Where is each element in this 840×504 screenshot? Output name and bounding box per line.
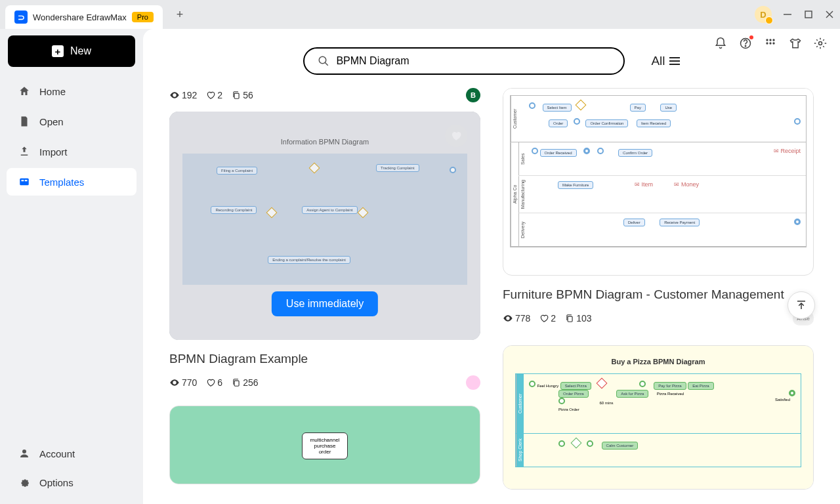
svg-rect-19 xyxy=(234,93,239,98)
home-icon xyxy=(18,85,30,97)
sidebar: + New Home Open Import Templates Account xyxy=(0,29,143,504)
template-card[interactable]: multichannel purchase order xyxy=(169,406,480,484)
template-stats: 770 6 256 xyxy=(169,375,480,390)
template-card[interactable]: Buy a Pizza BPMN Diagram Customer Feel H… xyxy=(503,345,814,490)
tab-title: Wondershare EdrawMax xyxy=(33,12,127,22)
maximize-icon[interactable] xyxy=(803,9,814,20)
sidebar-item-label: Options xyxy=(39,477,74,488)
import-icon xyxy=(18,146,30,158)
avatar[interactable]: D xyxy=(755,6,772,23)
svg-rect-20 xyxy=(234,381,239,386)
arrow-up-icon xyxy=(795,299,807,311)
account-icon xyxy=(18,448,30,459)
search-box[interactable] xyxy=(303,47,625,75)
svg-point-17 xyxy=(320,56,327,64)
template-preview: multichannel purchase order xyxy=(170,406,480,484)
sidebar-item-label: Account xyxy=(39,448,75,459)
template-stats: 778 2 103 Arise xyxy=(503,311,814,326)
sidebar-item-templates[interactable]: Templates xyxy=(7,168,136,196)
sidebar-item-import[interactable]: Import xyxy=(7,138,136,165)
content-area: All 192 2 56 B Information BPMN Diagram xyxy=(143,29,840,504)
template-stats: 192 2 56 B xyxy=(169,88,480,102)
settings-icon[interactable] xyxy=(814,37,827,50)
new-button[interactable]: + New xyxy=(8,35,135,67)
template-card[interactable]: Information BPMN Diagram Filing a Compla… xyxy=(169,112,480,340)
svg-point-10 xyxy=(766,39,768,41)
views-stat: 192 xyxy=(169,90,197,100)
template-preview: Customer Select Item Pay Use Order xyxy=(503,89,813,254)
svg-point-15 xyxy=(772,42,774,44)
svg-point-12 xyxy=(772,39,774,41)
bell-icon[interactable] xyxy=(714,37,727,50)
author-badge[interactable]: B xyxy=(466,88,480,102)
use-immediately-button[interactable]: Use immediately xyxy=(272,291,378,316)
svg-point-11 xyxy=(769,39,771,41)
pro-badge: Pro xyxy=(132,12,154,22)
likes-stat: 2 xyxy=(206,90,222,100)
svg-point-9 xyxy=(745,46,746,47)
svg-point-14 xyxy=(769,42,771,44)
file-icon xyxy=(18,116,30,127)
template-title: Furniture BPMN Diagram - Customer Manage… xyxy=(503,287,814,302)
templates-icon xyxy=(18,176,30,188)
template-card[interactable]: Customer Select Item Pay Use Order xyxy=(503,88,814,276)
template-preview: Buy a Pizza BPMN Diagram Customer Feel H… xyxy=(503,346,813,489)
svg-rect-1 xyxy=(805,11,812,18)
topbar xyxy=(714,37,827,50)
sidebar-item-account[interactable]: Account xyxy=(7,440,136,467)
copy-icon xyxy=(565,314,574,323)
sidebar-item-label: Import xyxy=(39,146,68,158)
close-icon[interactable] xyxy=(824,9,835,20)
new-tab-button[interactable]: + xyxy=(169,4,190,25)
copies-stat: 56 xyxy=(232,90,253,100)
app-logo-icon: ⊃ xyxy=(14,10,28,24)
eye-icon xyxy=(503,313,513,324)
search-input[interactable] xyxy=(336,55,610,67)
copy-icon xyxy=(232,378,241,387)
svg-point-16 xyxy=(819,42,822,45)
sidebar-item-options[interactable]: Options xyxy=(7,469,136,496)
minimize-icon[interactable] xyxy=(782,9,793,20)
gear-icon xyxy=(18,476,30,488)
eye-icon xyxy=(169,90,180,100)
copy-icon xyxy=(232,91,241,100)
search-icon xyxy=(318,55,329,67)
template-title: BPMN Diagram Example xyxy=(169,352,480,366)
filter-all[interactable]: All xyxy=(651,54,679,68)
sidebar-item-label: Home xyxy=(39,86,66,97)
heart-icon xyxy=(206,378,215,387)
author-avatar[interactable] xyxy=(466,375,480,390)
svg-rect-6 xyxy=(25,180,28,181)
menu-icon xyxy=(669,57,680,65)
apps-icon[interactable] xyxy=(764,37,777,50)
new-button-label: New xyxy=(70,45,91,57)
sidebar-item-label: Open xyxy=(39,116,64,127)
sidebar-item-open[interactable]: Open xyxy=(7,108,136,135)
titlebar: ⊃ Wondershare EdrawMax Pro + D xyxy=(0,0,840,29)
filter-label: All xyxy=(651,54,665,68)
sidebar-item-home[interactable]: Home xyxy=(7,77,136,105)
heart-icon xyxy=(206,91,215,100)
svg-point-13 xyxy=(766,42,768,44)
shirt-icon[interactable] xyxy=(789,37,802,50)
heart-icon xyxy=(539,314,549,323)
app-tab[interactable]: ⊃ Wondershare EdrawMax Pro xyxy=(5,5,163,29)
scroll-top-button[interactable] xyxy=(788,291,815,319)
svg-line-18 xyxy=(326,62,329,66)
sidebar-item-label: Templates xyxy=(39,177,84,188)
svg-point-7 xyxy=(22,450,26,453)
svg-rect-4 xyxy=(20,178,29,186)
eye-icon xyxy=(169,377,180,388)
plus-icon: + xyxy=(52,45,64,57)
svg-rect-5 xyxy=(22,180,24,181)
svg-rect-21 xyxy=(568,316,572,322)
help-icon[interactable] xyxy=(739,37,752,50)
